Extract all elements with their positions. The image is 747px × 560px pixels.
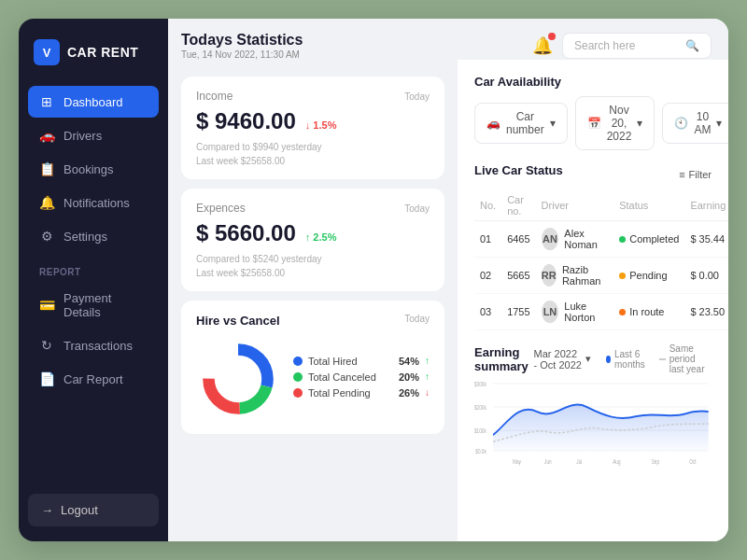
legend-pending: Total Pending 26% ↓ [293,387,430,399]
legend-last6: Last 6 months [606,349,648,370]
sidebar-item-transactions[interactable]: ↻ Transactions [28,329,159,361]
income-compare2: Last week $25658.00 [196,156,430,166]
filter-button[interactable]: ≡ Filter [679,169,712,180]
car-avail-title: Car Availability [474,75,712,89]
table-row: 03 1755 LN Luke Norton In route $ 23.50 … [474,294,728,330]
col-driver: Driver [536,190,614,221]
date-dropdown[interactable]: 📅 Nov 20, 2022 ▾ [575,96,655,150]
pending-dot [293,388,303,398]
donut-area: Total Hired 54% ↑ Total Canceled 20% ↑ [196,337,430,421]
income-card: Income Today $ 9460.00 ↓ 1.5% Compared t… [181,77,444,179]
row-car-no: 1755 [501,294,535,330]
panel-layout: Income Today $ 9460.00 ↓ 1.5% Compared t… [168,60,728,541]
row-no: 01 [474,221,501,258]
svg-point-3 [216,357,261,402]
row-earning: $ 23.50 [684,294,728,330]
status-dot [619,236,626,243]
sidebar-item-label: Bookings [63,162,113,176]
earning-summary-section: Earning summary Mar 2022 - Oct 2022 ▾ La… [474,343,712,468]
sidebar-nav: ⊞ Dashboard 🚗 Drivers 📋 Bookings 🔔 Notif… [19,82,168,483]
col-status: Status [613,190,684,221]
hire-cancel-card: Hire vs Cancel Today [181,301,444,434]
drivers-icon: 🚗 [39,128,54,143]
live-status-title: Live Car Status [474,163,563,177]
sidebar-item-payment[interactable]: 💳 Payment Details [28,283,159,328]
expenses-amount: $ 5660.00 [196,220,296,246]
earning-range-dropdown[interactable]: Mar 2022 - Oct 2022 ▾ [534,348,592,371]
car-availability-section: Car Availability 🚗 Car number ▾ 📅 Nov 20… [474,75,712,150]
col-earning: Earning [684,190,728,221]
logout-icon: → [41,503,53,517]
avatar: LN [542,301,559,323]
sidebar-item-drivers[interactable]: 🚗 Drivers [28,119,159,151]
clock-icon: 🕙 [674,117,688,130]
payment-icon: 💳 [39,298,54,313]
dashboard-icon: ⊞ [39,94,54,109]
status-dot [619,273,626,279]
expenses-change: ↑ 2.5% [305,231,337,243]
notification-badge [548,33,556,40]
app-title: CAR RENT [67,45,138,60]
table-row: 01 6465 AN Alex Noman Completed $ 35.44 … [474,221,728,258]
pending-arrow: ↓ [425,387,430,398]
legend-same: Same period last year [659,343,712,374]
sidebar-item-car-report[interactable]: 📄 Car Report [28,363,159,395]
sidebar-item-label: Drivers [63,129,102,143]
svg-text:$100k: $100k [474,427,486,434]
logout-button[interactable]: → Logout [28,494,159,526]
row-driver: AN Alex Noman [536,221,614,258]
svg-text:$0.0k: $0.0k [475,448,486,455]
donut-legend: Total Hired 54% ↑ Total Canceled 20% ↑ [293,356,430,403]
sidebar-item-bookings[interactable]: 📋 Bookings [28,153,159,185]
report-section-label: Report [28,254,159,283]
time-dropdown[interactable]: 🕙 10 AM ▾ [662,103,728,144]
hired-arrow: ↑ [425,356,430,366]
income-amount: $ 9460.00 [196,108,296,134]
legend-hired: Total Hired 54% ↑ [293,356,430,367]
right-panel: Car Availability 🚗 Car number ▾ 📅 Nov 20… [458,60,728,541]
hire-cancel-title: Hire vs Cancel [196,314,280,328]
sidebar-bottom: → Logout [19,483,168,541]
col-car: Car no. [501,190,535,221]
chevron-down-icon: ▾ [550,117,556,130]
row-no: 03 [474,294,501,330]
income-compare1: Compared to $9940 yesterday [196,142,430,152]
search-placeholder: Search here [574,39,635,52]
chevron-down-icon: ▾ [716,117,722,130]
row-driver: LN Luke Norton [536,294,614,330]
sidebar-item-notifications[interactable]: 🔔 Notifications [28,187,159,218]
canceled-dot [293,372,303,382]
sidebar-item-label: Payment Details [63,291,148,319]
status-dot [619,309,626,315]
svg-text:Aug: Aug [613,458,620,465]
live-status-table: No. Car no. Driver Status Earning 01 646… [474,190,728,330]
earning-header: Earning summary Mar 2022 - Oct 2022 ▾ La… [474,343,712,374]
canceled-arrow: ↑ [425,371,430,382]
row-status: In route [613,294,684,330]
sidebar-item-dashboard[interactable]: ⊞ Dashboard [28,86,159,118]
row-status: Completed [613,221,684,258]
avatar: RR [542,264,557,287]
svg-text:$300k: $300k [474,381,486,387]
live-car-status-section: Live Car Status ≡ Filter No. Car no. Dri… [474,163,712,330]
row-status: Pending [613,258,684,294]
filter-icon: ≡ [679,169,684,180]
row-driver: RR Razib Rahman [536,258,614,294]
header-right: 🔔 Search here 🔍 [532,33,712,59]
car-report-icon: 📄 [39,371,54,386]
expenses-title: Expences [196,202,246,215]
income-today: Today [404,91,430,102]
sidebar-item-label: Transactions [63,339,133,353]
sidebar-item-label: Notifications [63,196,130,210]
car-icon: 🚗 [486,117,500,130]
svg-text:Sep: Sep [652,458,660,465]
sidebar: V CAR RENT ⊞ Dashboard 🚗 Drivers 📋 Booki… [19,19,168,541]
svg-text:$200k: $200k [474,404,486,411]
page-subtitle: Tue, 14 Nov 2022, 11:30 AM [181,49,303,60]
search-box[interactable]: Search here 🔍 [562,33,712,59]
app-logo: V CAR RENT [19,19,168,82]
car-number-dropdown[interactable]: 🚗 Car number ▾ [474,103,568,144]
sidebar-item-settings[interactable]: ⚙ Settings [28,220,159,252]
notification-bell[interactable]: 🔔 [532,35,553,56]
legend-canceled: Total Canceled 20% ↑ [293,371,430,383]
